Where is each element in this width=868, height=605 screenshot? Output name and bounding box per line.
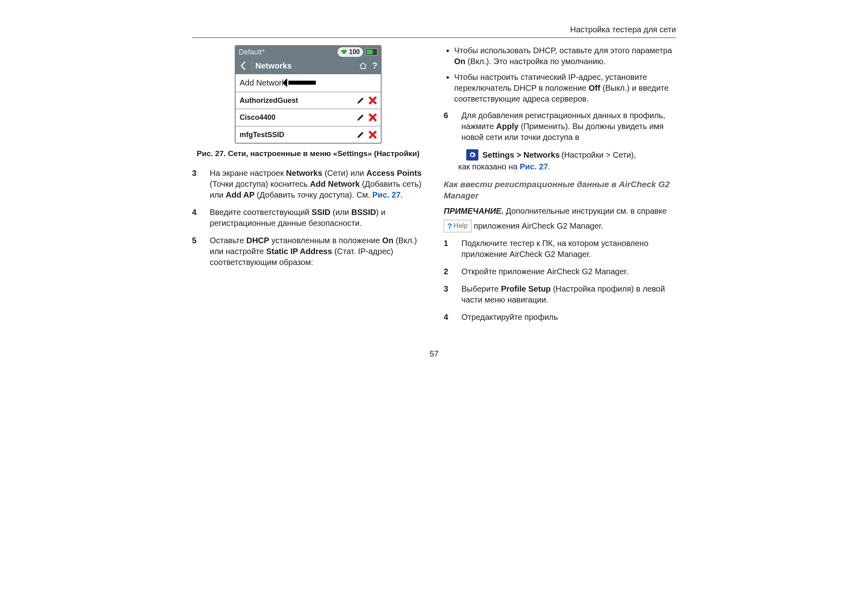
wifi-value: 100 — [349, 48, 360, 56]
step-5: 5 Оставьте DHCP установленным в положени… — [192, 235, 424, 268]
add-network-row[interactable]: Add Network — [236, 74, 381, 92]
device-navbar: Networks ? — [236, 58, 381, 74]
pointer-arrow-icon — [288, 81, 316, 85]
edit-icon[interactable] — [357, 131, 365, 139]
wifi-indicator: 100 — [338, 47, 363, 57]
help-button-icon: ? Help — [444, 220, 472, 233]
section-subheading: Как ввести регистрационные данные в AirC… — [444, 179, 676, 202]
battery-icon — [365, 48, 378, 56]
note-line: ПРИМЕЧАНИЕ. Дополнительные инструкции см… — [444, 206, 676, 217]
settings-path: Settings > Networks (Настройки > Сети), — [466, 149, 676, 161]
network-row[interactable]: mfgTestSSID — [236, 126, 381, 143]
step-number: 5 — [192, 235, 210, 268]
figure-ref-link[interactable]: Рис. 27 — [520, 162, 548, 171]
mgr-step-2: 2 Откройте приложение AirCheck G2 Manage… — [444, 266, 676, 277]
step-body: Отредактируйте профиль — [461, 312, 676, 323]
step-number: 4 — [192, 207, 210, 229]
step-body: Введите соответствующий SSID (или BSSID)… — [210, 207, 424, 229]
step-body: Откройте приложение AirCheck G2 Manager. — [461, 266, 676, 277]
list-item: Чтобы использовать DHCP, оставьте для эт… — [454, 45, 676, 67]
device-screenshot: Default* 100 — [235, 45, 382, 144]
help-label: Help — [454, 221, 468, 231]
help-icon[interactable]: ? — [372, 60, 378, 72]
wifi-icon — [341, 50, 347, 54]
step-6: 6 Для добавления регистрационных данных … — [444, 110, 676, 143]
device-statusbar: Default* 100 — [236, 46, 381, 58]
dhcp-options-list: Чтобы использовать DHCP, оставьте для эт… — [444, 45, 676, 104]
step-number: 1 — [444, 238, 461, 260]
step-body: Выберите Profile Setup (Настройка профил… — [461, 284, 676, 305]
mgr-step-1: 1 Подключите тестер к ПК, на котором уст… — [444, 238, 676, 260]
figure-ref-link[interactable]: Рис. 27 — [372, 190, 401, 199]
step-number: 3 — [444, 284, 461, 305]
page-header: Настройка тестера для сети — [192, 24, 676, 38]
settings-breadcrumb: Settings > Networks — [482, 150, 560, 161]
step-body: Подключите тестер к ПК, на котором устан… — [461, 238, 676, 260]
back-icon[interactable] — [236, 60, 250, 71]
gear-icon — [466, 149, 478, 161]
network-row[interactable]: AuthorizedGuest — [236, 92, 381, 108]
step-body: На экране настроек Networks (Сети) или A… — [210, 168, 424, 200]
page-header-title: Настройка тестера для сети — [570, 25, 676, 34]
mgr-step-3: 3 Выберите Profile Setup (Настройка проф… — [444, 284, 676, 305]
home-icon[interactable] — [359, 62, 367, 70]
network-row[interactable]: Cisco4400 — [236, 108, 381, 125]
device-profile-name: Default* — [239, 47, 265, 57]
delete-icon[interactable] — [369, 131, 377, 139]
step-body: Для добавления регистрационных данных в … — [461, 110, 676, 143]
network-ssid: AuthorizedGuest — [240, 96, 298, 105]
step-3: 3 На экране настроек Networks (Сети) или… — [192, 168, 424, 200]
note-label: ПРИМЕЧАНИЕ. — [444, 207, 503, 215]
page-number: 57 — [192, 348, 676, 359]
step-number: 6 — [444, 110, 461, 143]
network-ssid: mfgTestSSID — [240, 130, 284, 140]
step-4: 4 Введите соответствующий SSID (или BSSI… — [192, 207, 424, 229]
network-ssid: Cisco4400 — [240, 113, 275, 122]
settings-path-tail: как показано на Рис. 27. — [458, 161, 676, 172]
mgr-step-4: 4 Отредактируйте профиль — [444, 312, 676, 323]
delete-icon[interactable] — [369, 113, 377, 121]
step-body: Оставьте DHCP установленным в положение … — [210, 235, 424, 268]
list-item: Чтобы настроить статический IP-адрес, ус… — [454, 72, 676, 104]
edit-icon[interactable] — [357, 96, 365, 104]
edit-icon[interactable] — [357, 113, 365, 121]
add-network-label: Add Network — [240, 77, 286, 88]
help-line: ? Help приложения AirCheck G2 Manager. — [444, 220, 676, 233]
device-screen-title: Networks — [254, 60, 292, 71]
delete-icon[interactable] — [369, 96, 377, 104]
question-icon: ? — [447, 221, 452, 232]
step-number: 4 — [444, 312, 461, 323]
step-number: 3 — [192, 168, 210, 200]
step-number: 2 — [444, 266, 461, 277]
figure-caption: Рис. 27. Сети, настроенные в меню «Setti… — [192, 148, 424, 159]
